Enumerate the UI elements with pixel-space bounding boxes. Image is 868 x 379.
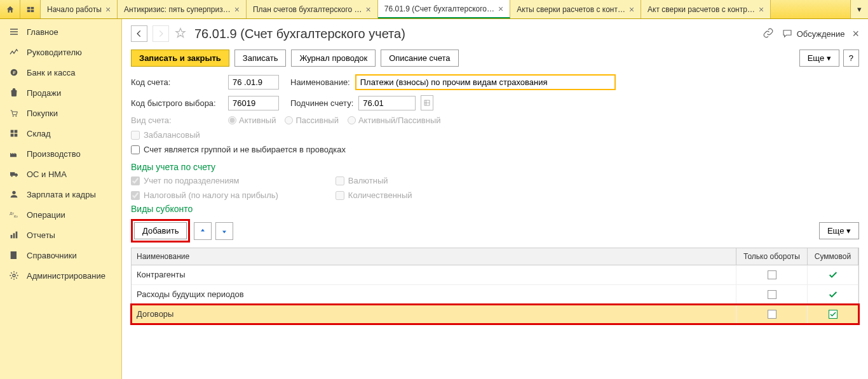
currency-accounting-checkbox[interactable]: Валютный: [336, 176, 412, 185]
bars-icon: [9, 230, 19, 240]
code-input[interactable]: [228, 75, 279, 90]
tab-acts-list[interactable]: Акты сверки расчетов с конт… ×: [510, 0, 641, 18]
sidebar-item-manager[interactable]: Руководителю: [0, 42, 121, 62]
sidebar-item-hr[interactable]: Зарплата и кадры: [0, 184, 121, 204]
type-active-radio[interactable]: Активный: [228, 116, 276, 125]
save-button[interactable]: Записать: [234, 50, 287, 67]
tab-account-76019[interactable]: 76.01.9 (Счет бухгалтерского… ×: [378, 0, 510, 18]
favorite-button[interactable]: [174, 27, 187, 41]
tab-start[interactable]: Начало работы ×: [41, 0, 118, 18]
tab-act[interactable]: Акт сверки расчетов с контр… ×: [641, 0, 771, 18]
tax-accounting-checkbox[interactable]: Налоговый (по налогу на прибыль): [131, 190, 278, 200]
svg-point-13: [15, 175, 17, 176]
sidebar-item-warehouse[interactable]: Склад: [0, 123, 121, 143]
subconto-toolbar: Добавить Еще ▾: [122, 216, 868, 245]
offbalance-checkbox[interactable]: Забалансовый: [131, 130, 200, 140]
toolbar: Записать и закрыть Записать Журнал прово…: [122, 46, 868, 74]
forward-button[interactable]: [153, 25, 169, 42]
quick-code-input[interactable]: [228, 96, 279, 110]
sidebar-item-assets[interactable]: ОС и НМА: [0, 164, 121, 184]
help-button[interactable]: ?: [843, 50, 859, 67]
sidebar-item-label: Главное: [27, 27, 58, 37]
name-input[interactable]: [355, 74, 616, 90]
sidebar-item-label: Банк и касса: [27, 68, 76, 77]
tab-label: Антикризис: пять суперприз…: [124, 5, 231, 14]
sidebar-item-admin[interactable]: Администрирование: [0, 265, 121, 286]
close-panel-button[interactable]: ×: [852, 27, 859, 41]
name-label: Наименование:: [290, 77, 350, 87]
cell-turnover[interactable]: [736, 285, 808, 304]
add-subconto-button[interactable]: Добавить: [134, 222, 187, 239]
chart-icon: [9, 47, 19, 57]
subconto-table: Наименование Только обороты Суммовой Кон…: [131, 248, 859, 324]
section-subconto-types: Виды субконто: [122, 201, 868, 216]
sidebar-item-main[interactable]: Главное: [0, 22, 121, 42]
windows-icon[interactable]: [20, 0, 41, 18]
description-button[interactable]: Описание счета: [381, 50, 458, 67]
sidebar-item-reports[interactable]: Отчеты: [0, 225, 121, 245]
subconto-more-button[interactable]: Еще ▾: [819, 222, 859, 239]
sidebar-item-operations[interactable]: ДтКтОперации: [0, 204, 121, 225]
menu-icon: [9, 27, 19, 37]
sidebar-item-label: Отчеты: [27, 230, 55, 240]
cell-name: Расходы будущих периодов: [132, 285, 736, 304]
journal-button[interactable]: Журнал проводок: [291, 50, 376, 67]
table-row[interactable]: Контрагенты: [132, 265, 858, 285]
col-name: Наименование: [132, 248, 736, 265]
svg-point-7: [15, 116, 17, 117]
chevron-down-icon: ▾: [827, 53, 831, 63]
section-accounting-types: Виды учета по счету: [122, 159, 868, 175]
close-icon[interactable]: ×: [234, 4, 240, 15]
more-button[interactable]: Еще ▾: [799, 50, 839, 67]
cell-sum-checkbox[interactable]: [808, 305, 858, 323]
header: 76.01.9 (Счет бухгалтерского учета) Обсу…: [122, 19, 868, 46]
cell-name: Договоры: [132, 305, 736, 323]
sidebar-item-label: Операции: [27, 210, 65, 220]
close-icon[interactable]: ×: [366, 4, 371, 15]
table-row-highlighted[interactable]: Договоры: [132, 305, 858, 324]
discuss-button[interactable]: Обсуждение: [782, 28, 845, 39]
cell-turnover[interactable]: [736, 305, 808, 323]
sidebar-item-sales[interactable]: Продажи: [0, 83, 121, 103]
tab-overflow-button[interactable]: ▾: [850, 0, 868, 18]
sidebar-item-purchases[interactable]: Покупки: [0, 103, 121, 123]
svg-rect-8: [11, 130, 14, 133]
type-both-radio[interactable]: Активный/Пассивный: [348, 116, 441, 125]
sidebar-item-label: Руководителю: [27, 48, 82, 57]
tab-anticrisis[interactable]: Антикризис: пять суперприз… ×: [118, 0, 247, 18]
dept-accounting-checkbox[interactable]: Учет по подразделениям: [131, 176, 278, 185]
home-icon[interactable]: [0, 0, 20, 18]
svg-point-14: [12, 191, 15, 194]
col-turnover: Только обороты: [736, 248, 808, 265]
close-icon[interactable]: ×: [629, 4, 634, 15]
parent-picker-button[interactable]: [421, 95, 433, 110]
svg-point-20: [13, 274, 15, 277]
cell-turnover[interactable]: [736, 265, 808, 284]
parent-input[interactable]: [358, 96, 416, 110]
gear-icon: [9, 270, 19, 281]
main-content: 76.01.9 (Счет бухгалтерского учета) Обсу…: [122, 19, 868, 379]
link-icon[interactable]: [763, 27, 774, 41]
save-close-button[interactable]: Записать и закрыть: [131, 50, 229, 67]
svg-point-12: [11, 175, 12, 176]
table-row[interactable]: Расходы будущих периодов: [132, 285, 858, 305]
sidebar-item-bank[interactable]: ₽Банк и касса: [0, 62, 121, 83]
qty-accounting-checkbox[interactable]: Количественный: [336, 190, 412, 200]
ops-icon: ДтКт: [9, 209, 19, 220]
sidebar-item-label: ОС и НМА: [27, 170, 67, 179]
back-button[interactable]: [131, 25, 147, 42]
page-title: 76.01.9 (Счет бухгалтерского учета): [194, 27, 405, 41]
sidebar-item-production[interactable]: Производство: [0, 143, 121, 164]
close-icon[interactable]: ×: [498, 4, 503, 14]
tab-label: План счетов бухгалтерского …: [253, 5, 362, 14]
move-up-button[interactable]: [194, 222, 212, 240]
type-passive-radio[interactable]: Пассивный: [285, 116, 339, 125]
close-icon[interactable]: ×: [759, 4, 764, 15]
close-icon[interactable]: ×: [105, 4, 111, 15]
svg-rect-17: [11, 235, 13, 238]
group-checkbox[interactable]: Счет является группой и не выбирается в …: [131, 145, 346, 154]
tab-chart-accounts[interactable]: План счетов бухгалтерского … ×: [247, 0, 378, 18]
move-down-button[interactable]: [215, 222, 233, 240]
truck-icon: [9, 169, 19, 179]
sidebar-item-catalogs[interactable]: Справочники: [0, 245, 121, 265]
